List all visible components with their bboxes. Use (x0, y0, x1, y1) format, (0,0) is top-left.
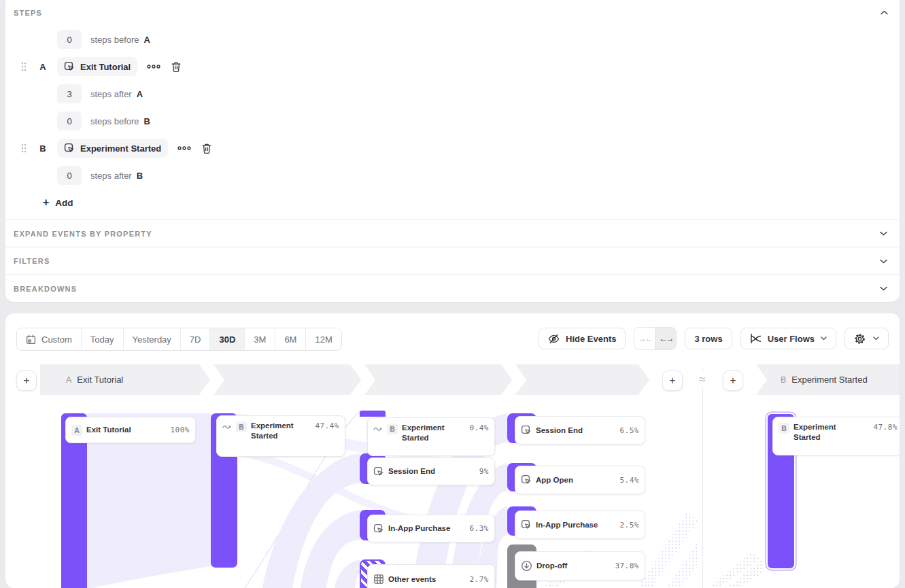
indirect-flow-icon (222, 421, 232, 430)
flow-node-label: Experiment Started (793, 422, 852, 443)
chevron-down-icon (873, 336, 879, 341)
trash-icon[interactable] (171, 61, 182, 73)
add-step-middle-left-button[interactable]: + (662, 370, 683, 391)
flow-header-b-letter: B (781, 375, 786, 385)
flow-header-a-letter: A (66, 375, 71, 385)
flow-node-label: App Open (536, 475, 616, 485)
flow-node-label: Other events (388, 574, 466, 585)
flow-node-label: Exit Tutorial (86, 425, 167, 435)
date-range-control: Custom Today Yesterday 7D 30D 3M 6M 12M (16, 328, 342, 351)
flow-header-b-label: Experiment Started (791, 375, 867, 385)
flow-node-in-app-purchase-25[interactable]: In-App Purchase 2.5% (515, 511, 645, 539)
expand-columns-icon[interactable]: ←→ (655, 328, 676, 349)
section-expand-events[interactable]: EXPAND EVENTS BY PROPERTY (5, 219, 900, 247)
event-icon (64, 61, 75, 72)
flow-node-label: Drop-off (536, 561, 611, 571)
flow-node-other-events[interactable]: Other events 2.7% (367, 564, 495, 588)
section-breakdowns[interactable]: BREAKDOWNS (5, 274, 900, 302)
flow-node-percent: 100% (171, 426, 190, 434)
step-badge: B (236, 421, 247, 432)
flow-header-expanded-step-2[interactable] (364, 364, 512, 395)
date-custom-button[interactable]: Custom (17, 328, 81, 350)
date-today-button[interactable]: Today (81, 328, 123, 350)
flow-header-step-b[interactable]: B Experiment Started (756, 364, 900, 395)
rows-button[interactable]: 3 rows (685, 328, 732, 349)
more-options-icon[interactable] (177, 145, 191, 151)
steps-after-label: steps after (90, 171, 132, 181)
date-30d-button[interactable]: 30D (209, 328, 244, 350)
flow-node-drop-off[interactable]: Drop-off 37.8% (515, 551, 645, 581)
steps-after-a-row: 3 steps after A (57, 84, 900, 103)
step-b-event-button[interactable]: Experiment Started (57, 139, 168, 158)
date-yesterday-button[interactable]: Yesterday (123, 328, 180, 350)
compress-columns-icon[interactable]: →← (634, 328, 655, 349)
steps-before-a-count[interactable]: 0 (57, 30, 82, 49)
date-6m-button[interactable]: 6M (275, 328, 305, 350)
date-7d-button[interactable]: 7D (180, 328, 210, 350)
flow-node-experiment-started-47[interactable]: B Experiment Started 47.4% (216, 415, 345, 457)
flow-node-label: Session End (388, 466, 475, 477)
flow-node-in-app-purchase-63[interactable]: In-App Purchase 6.3% (367, 515, 495, 542)
steps-before-b-row: 0 steps before B (57, 111, 900, 131)
section-breakdowns-label: BREAKDOWNS (14, 285, 77, 293)
flow-header-a-label: Exit Tutorial (77, 375, 123, 385)
flow-node-app-open[interactable]: App Open 5.4% (515, 466, 645, 494)
flow-node-exit-tutorial[interactable]: A Exit Tutorial 100% (65, 417, 196, 443)
steps-after-b-row: 0 steps after B (57, 166, 900, 185)
flow-node-label: In-App Purchase (536, 520, 616, 530)
view-selector-button[interactable]: User Flows (740, 328, 836, 349)
add-step-middle-right-button[interactable]: + (723, 370, 743, 391)
flow-node-percent: 9% (479, 467, 489, 476)
section-expand-events-label: EXPAND EVENTS BY PROPERTY (14, 230, 152, 238)
flow-node-experiment-started-04[interactable]: B Experiment Started 0.4% (367, 417, 495, 456)
drop-off-icon (521, 560, 532, 572)
hide-events-label: Hide Events (566, 334, 616, 344)
flow-node-percent: 47.4% (315, 421, 339, 430)
chevron-down-icon (880, 259, 887, 264)
user-flows-page: STEPS 0 steps before A A Exit Tutorial (0, 0, 905, 588)
date-12m-button[interactable]: 12M (305, 328, 341, 350)
step-ref-a: A (137, 89, 143, 99)
flow-header-expanded-step-1[interactable] (214, 364, 361, 395)
steps-after-a-count[interactable]: 3 (57, 84, 82, 103)
flow-header-step-a[interactable]: A Exit Tutorial (40, 364, 210, 395)
flow-node-label: Session End (536, 426, 616, 436)
flow-node-percent: 6.5% (620, 426, 640, 435)
event-icon (521, 425, 532, 436)
flow-node-session-end-65[interactable]: Session End 6.5% (515, 416, 645, 445)
step-ref-a: A (144, 35, 150, 45)
event-icon (64, 143, 75, 154)
flow-node-percent: 5.4% (620, 476, 640, 485)
flows-panel: Custom Today Yesterday 7D 30D 3M 6M 12M … (5, 313, 900, 588)
step-a-letter: A (38, 62, 48, 72)
add-step-label: Add (55, 198, 73, 208)
more-options-icon[interactable] (147, 64, 160, 69)
date-custom-label: Custom (41, 334, 72, 345)
section-filters[interactable]: FILTERS (5, 247, 900, 275)
drag-handle-icon[interactable] (21, 143, 27, 153)
flow-node-percent: 2.7% (470, 575, 490, 584)
add-step-button[interactable]: + Add (43, 193, 73, 212)
flow-node-session-end-9[interactable]: Session End 9% (367, 457, 495, 485)
view-selector-label: User Flows (768, 334, 815, 344)
calendar-icon (26, 334, 36, 345)
event-icon (373, 466, 384, 477)
flow-node-percent: 0.4% (470, 423, 490, 432)
add-step-before-button[interactable]: + (16, 370, 37, 391)
step-ref-b: B (137, 171, 143, 181)
date-3m-button[interactable]: 3M (244, 328, 275, 350)
flow-node-percent: 37.8% (615, 561, 639, 570)
step-a-event-button[interactable]: Exit Tutorial (57, 57, 137, 76)
flow-header-expanded-step-3[interactable] (515, 364, 649, 395)
chevron-down-icon (880, 286, 887, 291)
chevron-up-icon[interactable] (881, 10, 888, 15)
drag-handle-icon[interactable] (21, 62, 27, 71)
flow-bar-experiment-started-04[interactable] (360, 411, 386, 417)
steps-after-b-count[interactable]: 0 (57, 166, 82, 185)
flow-node-experiment-started-end[interactable]: B Experiment Started 47.8% (772, 417, 900, 455)
hide-events-button[interactable]: Hide Events (539, 328, 626, 349)
settings-button[interactable] (844, 328, 889, 349)
steps-before-b-count[interactable]: 0 (57, 111, 82, 131)
flow-node-label: Experiment Started (251, 421, 308, 441)
trash-icon[interactable] (201, 143, 212, 154)
